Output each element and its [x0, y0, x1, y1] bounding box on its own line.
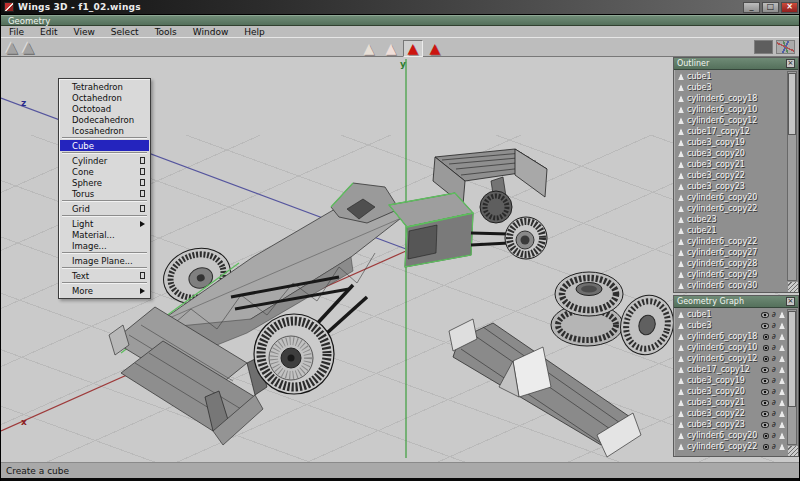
- geometry-window-header[interactable]: Geometry: [1, 15, 800, 26]
- visibility-eye-icon[interactable]: [761, 367, 769, 373]
- wireframe-toggle-icon[interactable]: [779, 344, 785, 351]
- geometry-graph-scroll-thumb[interactable]: [788, 311, 796, 407]
- context-menu-item-sphere[interactable]: Sphere: [60, 177, 149, 188]
- menubar-item-tools[interactable]: Tools: [155, 27, 177, 37]
- lock-icon[interactable]: ∂: [772, 344, 776, 351]
- redo-icon[interactable]: ▲: [23, 40, 35, 54]
- menubar-item-window[interactable]: Window: [193, 27, 229, 37]
- outliner-item[interactable]: cube21: [675, 225, 785, 236]
- rear-wheel-near-object[interactable]: [505, 217, 547, 259]
- lock-icon[interactable]: ∂: [772, 410, 776, 417]
- outliner-item[interactable]: cube23: [675, 214, 785, 225]
- wireframe-toggle-icon[interactable]: [779, 311, 785, 318]
- outliner-item[interactable]: cube3: [675, 82, 785, 93]
- outliner-item[interactable]: cylinder6_copy12: [675, 115, 785, 126]
- context-menu-item-more[interactable]: More: [60, 285, 149, 296]
- geometry-graph-item[interactable]: cylinder6_copy12∂: [675, 353, 785, 364]
- tire-stack-object[interactable]: [551, 272, 623, 346]
- context-menu-item-image-plane[interactable]: Image Plane...: [60, 255, 149, 266]
- option-box-icon[interactable]: [140, 157, 145, 164]
- context-menu-item-tetrahedron[interactable]: Tetrahedron: [60, 81, 149, 92]
- outliner-item[interactable]: cube3_copy20: [675, 148, 785, 159]
- visibility-eye-icon[interactable]: [761, 323, 769, 329]
- outliner-item[interactable]: cylinder6_copy30: [675, 280, 785, 289]
- geometry-graph-header[interactable]: Geometry Graph ×: [674, 296, 798, 308]
- wireframe-toggle-icon[interactable]: [779, 355, 785, 362]
- visibility-eye-icon[interactable]: [761, 400, 769, 406]
- geometry-graph-close-icon[interactable]: ×: [786, 297, 795, 306]
- outliner-item[interactable]: cube1: [675, 71, 785, 82]
- context-menu-item-cylinder[interactable]: Cylinder: [60, 155, 149, 166]
- context-menu-item-light[interactable]: Light: [60, 218, 149, 229]
- wireframe-toggle-icon[interactable]: [779, 377, 785, 384]
- wireframe-toggle-icon[interactable]: [779, 366, 785, 373]
- wireframe-toggle-icon[interactable]: [779, 322, 785, 329]
- geometry-graph-item[interactable]: cylinder6_copy20∂: [675, 430, 785, 441]
- lock-icon[interactable]: ∂: [772, 355, 776, 362]
- wireframe-toggle-icon[interactable]: [779, 410, 785, 417]
- context-menu-item-octotoad[interactable]: Octotoad: [60, 103, 149, 114]
- lock-icon[interactable]: ∂: [772, 366, 776, 373]
- outliner-item[interactable]: cube3_copy21: [675, 159, 785, 170]
- lock-icon[interactable]: ∂: [772, 443, 776, 450]
- outliner-item[interactable]: cube3_copy22: [675, 170, 785, 181]
- selection-mode-edge-button[interactable]: ▲: [381, 40, 401, 57]
- selection-mode-face-button[interactable]: ▲: [403, 40, 423, 57]
- minimize-button[interactable]: _: [743, 2, 760, 13]
- context-menu-item-octahedron[interactable]: Octahedron: [60, 92, 149, 103]
- context-menu-item-torus[interactable]: Torus: [60, 188, 149, 199]
- option-box-icon[interactable]: [140, 272, 145, 279]
- option-box-icon[interactable]: [140, 168, 145, 175]
- geometry-graph-item[interactable]: cube17_copy12∂: [675, 364, 785, 375]
- menubar-item-edit[interactable]: Edit: [40, 27, 57, 37]
- outliner-scroll-thumb[interactable]: [788, 73, 796, 135]
- outliner-item[interactable]: cube3_copy23: [675, 181, 785, 192]
- visibility-eye-icon[interactable]: [763, 444, 769, 450]
- visibility-eye-icon[interactable]: [761, 422, 769, 428]
- front-right-wheel-object[interactable]: [254, 314, 334, 394]
- wireframe-toggle-icon[interactable]: [779, 399, 785, 406]
- outliner-item[interactable]: cylinder6_copy10: [675, 104, 785, 115]
- visibility-eye-icon[interactable]: [763, 356, 769, 362]
- context-menu-item-text[interactable]: Text: [60, 270, 149, 281]
- ground-plane-toggle[interactable]: [754, 40, 773, 54]
- outliner-item[interactable]: cylinder6_copy20: [675, 192, 785, 203]
- close-button[interactable]: ×: [781, 2, 798, 13]
- visibility-eye-icon[interactable]: [761, 312, 769, 318]
- lock-icon[interactable]: ∂: [772, 388, 776, 395]
- context-menu-item-icosahedron[interactable]: Icosahedron: [60, 125, 149, 136]
- visibility-eye-icon[interactable]: [763, 345, 769, 351]
- outliner-scrollbar[interactable]: [787, 71, 797, 281]
- geometry-graph-item[interactable]: cylinder6_copy22∂: [675, 441, 785, 452]
- outliner-item[interactable]: cylinder6_copy22: [675, 203, 785, 214]
- wireframe-toggle-icon[interactable]: [779, 388, 785, 395]
- context-menu-item-image[interactable]: Image...: [60, 240, 149, 251]
- wireframe-toggle-icon[interactable]: [779, 443, 785, 450]
- outliner-item[interactable]: cylinder6_copy18: [675, 93, 785, 104]
- visibility-eye-icon[interactable]: [761, 411, 769, 417]
- geometry-graph-item[interactable]: cube1∂: [675, 309, 785, 320]
- rear-wheel-far-object[interactable]: [480, 191, 512, 223]
- lock-icon[interactable]: ∂: [772, 432, 776, 439]
- geometry-graph-item[interactable]: cube3_copy21∂: [675, 397, 785, 408]
- geometry-graph-scrollbar[interactable]: [787, 309, 797, 445]
- lock-icon[interactable]: ∂: [772, 377, 776, 384]
- lock-icon[interactable]: ∂: [772, 399, 776, 406]
- undo-icon[interactable]: ▲: [6, 40, 18, 54]
- outliner-item[interactable]: cube17_copy12: [675, 126, 785, 137]
- outliner-item[interactable]: cube3_copy19: [675, 137, 785, 148]
- selection-mode-body-button[interactable]: ▲: [425, 40, 445, 57]
- lock-icon[interactable]: ∂: [772, 311, 776, 318]
- visibility-eye-icon[interactable]: [761, 389, 769, 395]
- visibility-eye-icon[interactable]: [761, 378, 769, 384]
- option-box-icon[interactable]: [140, 190, 145, 197]
- wireframe-toggle-icon[interactable]: [779, 432, 785, 439]
- wireframe-toggle-icon[interactable]: [779, 421, 785, 428]
- wireframe-toggle-icon[interactable]: [779, 333, 785, 340]
- maximize-button[interactable]: □: [762, 2, 779, 13]
- geometry-graph-item[interactable]: cube3_copy23∂: [675, 419, 785, 430]
- lock-icon[interactable]: ∂: [772, 333, 776, 340]
- menubar-item-help[interactable]: Help: [244, 27, 265, 37]
- context-menu-item-dodecahedron[interactable]: Dodecahedron: [60, 114, 149, 125]
- outliner-item[interactable]: cylinder6_copy22: [675, 236, 785, 247]
